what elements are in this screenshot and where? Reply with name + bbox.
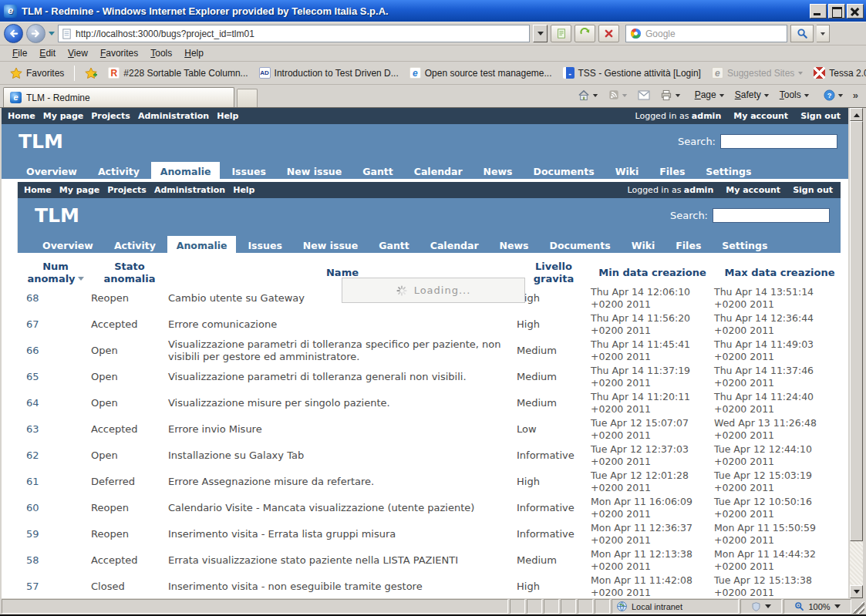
search-go-button[interactable] bbox=[790, 25, 814, 42]
project-tab[interactable]: Overview bbox=[33, 236, 103, 253]
table-row[interactable]: 67 Accepted Errore comunicazione High Th… bbox=[2, 311, 848, 338]
minimize-button[interactable] bbox=[810, 4, 827, 19]
maximize-button[interactable] bbox=[828, 4, 845, 19]
top-menu-link[interactable]: Help bbox=[233, 185, 254, 195]
table-row[interactable]: 60 Reopen Calendario Visite - Mancata vi… bbox=[2, 495, 848, 521]
table-row[interactable]: 57 Closed Inserimento visita - non esegu… bbox=[2, 574, 848, 598]
project-tab[interactable]: Settings bbox=[696, 162, 760, 179]
project-tab[interactable]: Activity bbox=[105, 236, 165, 253]
anomaly-number[interactable]: 62 bbox=[20, 449, 91, 462]
project-tab[interactable]: Wiki bbox=[622, 236, 665, 253]
anomaly-number[interactable]: 57 bbox=[20, 581, 91, 593]
anomaly-number[interactable]: 63 bbox=[20, 423, 91, 436]
project-tab[interactable]: Anomalie bbox=[151, 162, 221, 179]
project-tab[interactable]: Gantt bbox=[353, 162, 403, 179]
anomaly-number[interactable]: 66 bbox=[20, 345, 91, 357]
project-tab[interactable]: Issues bbox=[222, 162, 275, 179]
table-row[interactable]: 66 Open Visualizzazione parametri di tol… bbox=[2, 338, 848, 364]
protected-mode-pane[interactable] bbox=[740, 599, 782, 614]
favorite-item[interactable]: e Open source test manageme... bbox=[404, 65, 558, 81]
top-menu-link[interactable]: Projects bbox=[107, 185, 147, 195]
top-menu-link[interactable]: Administration bbox=[154, 185, 225, 195]
search-engine-box[interactable]: Google bbox=[625, 25, 787, 42]
zoom-pane[interactable]: 100% bbox=[783, 599, 851, 614]
back-button[interactable] bbox=[4, 24, 23, 43]
project-tab[interactable]: Anomalie bbox=[167, 236, 237, 253]
anomaly-number[interactable]: 67 bbox=[20, 318, 91, 331]
anomaly-number[interactable]: 60 bbox=[20, 502, 91, 514]
refresh-button[interactable] bbox=[575, 25, 595, 42]
favorite-item[interactable]: AD Introduction to Test Driven D... bbox=[254, 65, 404, 81]
menu-item[interactable]: File bbox=[6, 46, 33, 60]
project-tab[interactable]: Gantt bbox=[369, 236, 419, 253]
add-favorite-button[interactable] bbox=[79, 65, 103, 82]
recent-pages-dropdown-icon[interactable] bbox=[49, 32, 55, 39]
top-menu-link[interactable]: My page bbox=[59, 185, 100, 195]
project-tab[interactable]: Documents bbox=[541, 236, 620, 253]
favorite-item[interactable]: R #228 Sortable Table Column... bbox=[103, 65, 253, 81]
table-row[interactable]: 63 Accepted Errore invio Misure Low Tue … bbox=[2, 416, 848, 443]
my-account-link[interactable]: My account bbox=[726, 185, 780, 195]
project-tab[interactable]: Calendar bbox=[405, 162, 472, 179]
resize-grip[interactable] bbox=[853, 599, 864, 614]
top-menu-link[interactable]: My page bbox=[43, 111, 84, 121]
anomaly-number[interactable]: 65 bbox=[20, 371, 91, 383]
anomaly-number[interactable]: 58 bbox=[20, 554, 91, 567]
top-menu-link[interactable]: Home bbox=[8, 111, 35, 121]
project-tab[interactable]: Calendar bbox=[421, 236, 488, 253]
menu-item[interactable]: View bbox=[62, 46, 94, 60]
project-tab[interactable]: Overview bbox=[17, 162, 86, 179]
command-menu-button[interactable]: Page bbox=[691, 87, 729, 103]
print-button[interactable] bbox=[656, 87, 685, 103]
search-input[interactable] bbox=[713, 208, 830, 223]
search-input[interactable] bbox=[720, 134, 837, 149]
stop-button[interactable] bbox=[598, 25, 619, 42]
project-tab[interactable]: Files bbox=[666, 236, 710, 253]
table-row[interactable]: 58 Accepted Errata visualizzazione stato… bbox=[2, 547, 848, 574]
address-field[interactable]: http://localhost:3000/bugs?project_id=tl… bbox=[58, 25, 530, 42]
table-row[interactable]: 59 Reopen Inserimento visita - Errata li… bbox=[2, 521, 848, 547]
top-menu-link[interactable]: Administration bbox=[138, 111, 209, 121]
project-tab[interactable]: Documents bbox=[524, 162, 604, 179]
top-menu-link[interactable]: Help bbox=[217, 111, 238, 121]
commands-overflow-chevron[interactable]: » bbox=[850, 89, 861, 101]
menu-item[interactable]: Favorites bbox=[94, 46, 144, 60]
close-button[interactable] bbox=[847, 4, 864, 19]
project-tab[interactable]: Wiki bbox=[606, 162, 649, 179]
scroll-down-button[interactable] bbox=[850, 585, 863, 598]
read-mail-button[interactable] bbox=[634, 88, 654, 103]
top-menu-link[interactable]: Projects bbox=[91, 111, 130, 121]
table-row[interactable]: 64 Open Visualizzazione misure per singo… bbox=[2, 390, 848, 416]
favorite-item[interactable]: Tessa 2.0 bbox=[808, 65, 866, 81]
project-tab[interactable]: New issue bbox=[278, 162, 351, 179]
my-account-link[interactable]: My account bbox=[733, 111, 788, 121]
menu-item[interactable]: Edit bbox=[33, 46, 62, 60]
browser-tab-active[interactable]: e TLM - Redmine bbox=[3, 87, 234, 107]
col-header-num[interactable]: Num anomaly bbox=[20, 261, 91, 285]
project-tab[interactable]: Files bbox=[650, 162, 694, 179]
project-tab[interactable]: News bbox=[474, 162, 522, 179]
project-tab[interactable]: Activity bbox=[89, 162, 149, 179]
sign-out-link[interactable]: Sign out bbox=[800, 111, 841, 121]
menu-item[interactable]: Tools bbox=[144, 46, 178, 60]
command-menu-button[interactable]: Safety bbox=[731, 87, 773, 103]
project-tab[interactable]: News bbox=[490, 236, 538, 253]
scrollbar-track[interactable] bbox=[850, 121, 863, 585]
table-row[interactable]: 62 Open Installazione su Galaxy Tab Info… bbox=[2, 443, 848, 469]
new-tab-button[interactable] bbox=[237, 89, 258, 107]
project-tab[interactable]: Settings bbox=[713, 236, 777, 253]
url-text[interactable]: http://localhost:3000/bugs?project_id=tl… bbox=[76, 29, 527, 39]
favorite-item[interactable]: e Suggested Sites bbox=[706, 65, 808, 81]
favorite-item[interactable]: - TSS - Gestione attività [Login] bbox=[558, 65, 706, 81]
col-header-stato[interactable]: Stato anomalia bbox=[91, 261, 168, 285]
table-row[interactable]: 65 Open Visualizzazione parametri di tol… bbox=[2, 364, 848, 390]
anomaly-number[interactable]: 64 bbox=[20, 397, 91, 409]
col-header-max[interactable]: Max data creazione bbox=[714, 267, 845, 279]
scroll-up-button[interactable] bbox=[850, 108, 863, 121]
anomaly-number[interactable]: 68 bbox=[20, 292, 91, 305]
anomaly-number[interactable]: 59 bbox=[20, 528, 91, 540]
col-header-livello[interactable]: Livello gravita bbox=[517, 261, 591, 285]
feeds-button[interactable] bbox=[605, 87, 632, 103]
anomaly-number[interactable]: 61 bbox=[20, 476, 91, 488]
home-button[interactable] bbox=[574, 87, 602, 103]
